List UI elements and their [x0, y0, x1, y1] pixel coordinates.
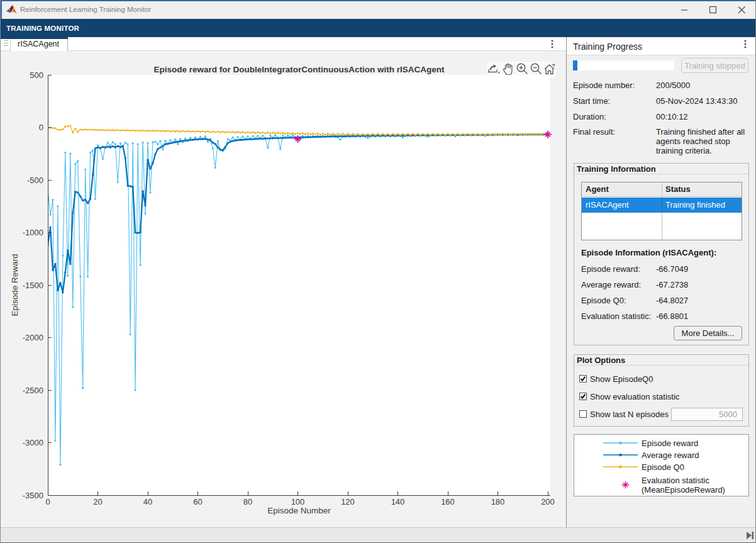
svg-text:Average reward: Average reward	[642, 451, 699, 460]
svg-text:-3000: -3000	[23, 438, 43, 447]
svg-text:80: 80	[243, 497, 252, 507]
svg-text:500: 500	[30, 70, 43, 80]
svg-text:60: 60	[193, 497, 202, 507]
svg-text:Episode Reward: Episode Reward	[10, 254, 19, 316]
svg-text:Episode Q0: Episode Q0	[642, 462, 684, 472]
svg-text:180: 180	[491, 497, 505, 507]
svg-text:-1000: -1000	[23, 228, 43, 237]
svg-text:(MeanEpisodeReward): (MeanEpisodeReward)	[642, 485, 725, 495]
svg-text:100: 100	[291, 497, 305, 507]
svg-text:-2000: -2000	[23, 333, 43, 342]
svg-text:-500: -500	[27, 176, 43, 185]
svg-text:20: 20	[93, 497, 102, 507]
svg-text:Episode reward: Episode reward	[642, 439, 698, 448]
svg-text:140: 140	[391, 497, 405, 507]
svg-text:0: 0	[39, 123, 43, 132]
svg-text:120: 120	[341, 497, 355, 507]
svg-text:Evaluation statistic: Evaluation statistic	[642, 476, 709, 485]
svg-text:0: 0	[45, 497, 50, 507]
svg-text:Episode Number: Episode Number	[267, 506, 331, 515]
svg-text:40: 40	[143, 497, 152, 507]
svg-text:200: 200	[541, 497, 555, 507]
svg-text:-3500: -3500	[23, 491, 43, 500]
svg-text:160: 160	[441, 497, 455, 507]
svg-text:-1500: -1500	[23, 281, 43, 290]
svg-text:-2500: -2500	[23, 386, 43, 395]
